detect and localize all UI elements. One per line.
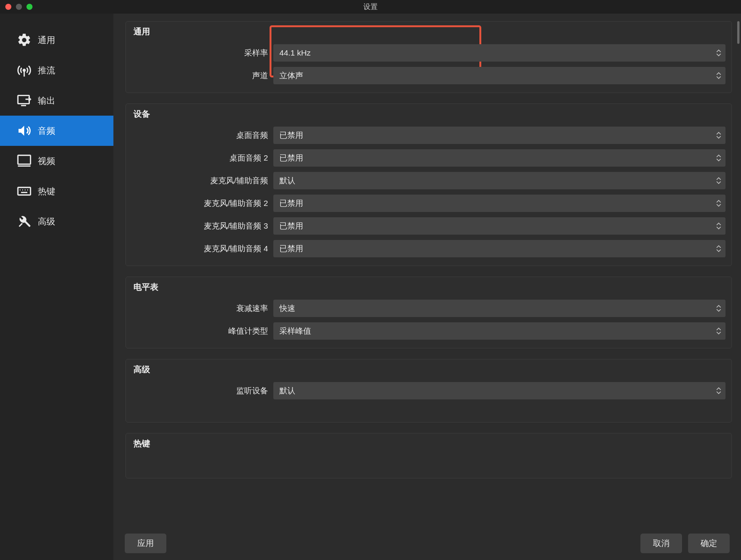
svg-rect-4 xyxy=(18,155,30,164)
sidebar-item-label: 音频 xyxy=(38,125,55,137)
panel-devices: 设备 桌面音频 已禁用 桌面音频 2 已禁用 xyxy=(126,104,732,266)
label-channels: 声道 xyxy=(132,70,268,81)
row-mic-1: 麦克风/辅助音频 默认 xyxy=(132,172,725,189)
apply-button[interactable]: 应用 xyxy=(125,534,166,553)
speaker-icon xyxy=(17,123,32,138)
select-value: 已禁用 xyxy=(279,153,303,163)
label-desktop-audio: 桌面音频 xyxy=(132,130,268,141)
settings-window: 设置 通用 推流 输出 xyxy=(0,0,741,560)
svg-rect-6 xyxy=(18,187,30,195)
stepper-icon xyxy=(715,302,722,315)
sidebar-item-label: 视频 xyxy=(38,155,55,167)
window-body: 通用 推流 输出 音频 xyxy=(0,14,741,560)
select-value: 快速 xyxy=(279,303,295,314)
sidebar-item-audio[interactable]: 音频 xyxy=(0,116,113,146)
select-channels[interactable]: 立体声 xyxy=(273,67,725,84)
keyboard-icon xyxy=(17,184,32,199)
ok-button[interactable]: 确定 xyxy=(688,534,730,553)
panel-title-advanced: 高级 xyxy=(133,364,725,375)
maximize-window-button[interactable] xyxy=(26,4,33,10)
stepper-icon xyxy=(715,129,722,142)
window-controls xyxy=(5,4,33,10)
stepper-icon xyxy=(715,220,722,232)
select-mic-4[interactable]: 已禁用 xyxy=(273,240,725,257)
label-mic-1: 麦克风/辅助音频 xyxy=(132,175,268,186)
content-area: 通用 采样率 44.1 kHz 声道 xyxy=(113,14,741,526)
row-decay-rate: 衰减速率 快速 xyxy=(132,300,725,317)
select-value: 已禁用 xyxy=(279,130,303,141)
panel-title-hotkeys: 热键 xyxy=(133,438,725,449)
label-peak-type: 峰值计类型 xyxy=(132,326,268,336)
window-title: 设置 xyxy=(0,2,741,12)
panel-meters: 电平表 衰减速率 快速 峰值计类型 采样峰值 xyxy=(126,277,732,348)
sidebar-item-label: 通用 xyxy=(38,34,55,46)
sidebar-item-advanced[interactable]: 高级 xyxy=(0,206,113,237)
select-mic-3[interactable]: 已禁用 xyxy=(273,217,725,235)
close-window-button[interactable] xyxy=(5,4,11,10)
output-icon xyxy=(17,93,32,108)
monitor-icon xyxy=(17,153,32,169)
label-desktop-audio-2: 桌面音频 2 xyxy=(132,153,268,163)
button-label: 取消 xyxy=(653,538,670,549)
stepper-icon xyxy=(715,242,722,255)
row-desktop-audio-2: 桌面音频 2 已禁用 xyxy=(132,149,725,167)
select-desktop-audio-2[interactable]: 已禁用 xyxy=(273,149,725,167)
sidebar-item-label: 热键 xyxy=(38,186,55,197)
scrollbar-thumb[interactable] xyxy=(737,21,739,44)
label-mic-3: 麦克风/辅助音频 3 xyxy=(132,221,268,231)
antenna-icon xyxy=(17,63,32,78)
select-value: 44.1 kHz xyxy=(279,48,311,57)
panel-advanced: 高级 监听设备 默认 xyxy=(126,359,732,422)
sidebar-item-label: 高级 xyxy=(38,216,55,227)
stepper-icon xyxy=(715,69,722,82)
select-mic-1[interactable]: 默认 xyxy=(273,172,725,189)
select-value: 已禁用 xyxy=(279,221,303,231)
row-sample-rate: 采样率 44.1 kHz xyxy=(132,44,725,62)
stepper-icon xyxy=(715,46,722,59)
row-mic-4: 麦克风/辅助音频 4 已禁用 xyxy=(132,240,725,257)
sidebar: 通用 推流 输出 音频 xyxy=(0,14,113,560)
stepper-icon xyxy=(715,197,722,210)
stepper-icon xyxy=(715,384,722,397)
select-desktop-audio[interactable]: 已禁用 xyxy=(273,127,725,144)
label-sample-rate: 采样率 xyxy=(132,48,268,58)
button-label: 应用 xyxy=(137,538,154,549)
stepper-icon xyxy=(715,174,722,187)
sidebar-item-output[interactable]: 输出 xyxy=(0,85,113,116)
cancel-button[interactable]: 取消 xyxy=(640,534,682,553)
sidebar-item-label: 输出 xyxy=(38,95,55,107)
select-value: 默认 xyxy=(279,175,295,186)
row-mic-3: 麦克风/辅助音频 3 已禁用 xyxy=(132,217,725,235)
titlebar: 设置 xyxy=(0,0,741,14)
sidebar-item-video[interactable]: 视频 xyxy=(0,146,113,176)
panel-title-meters: 电平表 xyxy=(133,282,725,293)
button-label: 确定 xyxy=(701,538,717,549)
row-peak-type: 峰值计类型 采样峰值 xyxy=(132,322,725,340)
select-decay-rate[interactable]: 快速 xyxy=(273,300,725,317)
select-value: 采样峰值 xyxy=(279,326,311,336)
panel-hotkeys: 热键 xyxy=(126,433,732,478)
label-monitor-device: 监听设备 xyxy=(132,385,268,396)
row-mic-2: 麦克风/辅助音频 2 已禁用 xyxy=(132,195,725,212)
select-sample-rate[interactable]: 44.1 kHz xyxy=(273,44,725,62)
select-monitor-device[interactable]: 默认 xyxy=(273,382,725,399)
label-decay-rate: 衰减速率 xyxy=(132,303,268,314)
sidebar-item-general[interactable]: 通用 xyxy=(0,25,113,55)
tools-icon xyxy=(17,214,32,229)
label-mic-2: 麦克风/辅助音频 2 xyxy=(132,198,268,209)
stepper-icon xyxy=(715,152,722,164)
sidebar-item-hotkeys[interactable]: 热键 xyxy=(0,176,113,206)
row-monitor-device: 监听设备 默认 xyxy=(132,382,725,399)
panel-general: 通用 采样率 44.1 kHz 声道 xyxy=(126,21,732,93)
select-peak-type[interactable]: 采样峰值 xyxy=(273,322,725,340)
minimize-window-button[interactable] xyxy=(16,4,22,10)
sidebar-item-stream[interactable]: 推流 xyxy=(0,55,113,85)
select-value: 已禁用 xyxy=(279,198,303,209)
label-mic-4: 麦克风/辅助音频 4 xyxy=(132,243,268,254)
content-wrap: 通用 采样率 44.1 kHz 声道 xyxy=(113,14,741,560)
row-channels: 声道 立体声 xyxy=(132,67,725,84)
stepper-icon xyxy=(715,325,722,337)
select-value: 默认 xyxy=(279,385,295,396)
footer: 应用 取消 确定 xyxy=(113,526,741,560)
select-mic-2[interactable]: 已禁用 xyxy=(273,195,725,212)
